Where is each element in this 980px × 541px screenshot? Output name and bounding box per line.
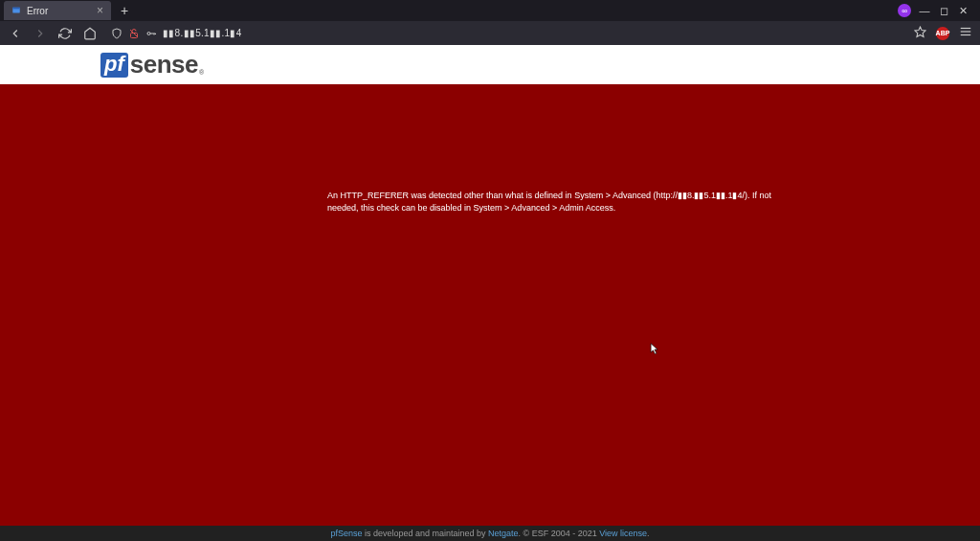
error-body: An HTTP_REFERER was detected other than … [0,84,980,526]
nav-reload-button[interactable] [57,26,73,41]
nav-forward-button[interactable] [33,26,48,41]
footer-netgate-link[interactable]: Netgate [488,529,519,538]
new-tab-button[interactable]: + [111,4,138,17]
adblock-badge-icon[interactable]: ABP [936,27,949,40]
tab-favicon-icon [11,6,21,15]
browser-nav-bar: ▮▮8.▮▮5.1▮▮.1▮4 ABP [0,21,980,45]
key-icon [145,28,157,39]
nav-home-button[interactable] [82,26,98,41]
lock-insecure-icon [128,28,140,39]
tab-close-button[interactable]: × [97,5,103,16]
bookmark-star-icon[interactable] [914,25,926,42]
page-footer: pfSense is developed and maintained by N… [0,526,980,541]
tab-title: Error [27,6,91,16]
address-bar[interactable]: ▮▮8.▮▮5.1▮▮.1▮4 [107,28,904,39]
browser-tab[interactable]: Error × [4,1,111,20]
footer-dot: . [647,529,650,538]
window-minimize-button[interactable]: — [919,5,930,16]
footer-text-1: is developed and maintained by [362,529,488,538]
footer-copyright: . © ESF 2004 - 2021 [519,529,600,538]
shield-icon [111,28,122,39]
svg-point-4 [147,32,150,34]
window-close-button[interactable]: ✕ [957,5,969,17]
pfsense-logo[interactable]: pf sense ® [100,50,204,79]
browser-tab-bar: Error × + ∞ — ◻ ✕ [0,0,980,21]
window-maximize-button[interactable]: ◻ [938,5,949,17]
svg-rect-1 [12,8,20,10]
address-text: ▮▮8.▮▮5.1▮▮.1▮4 [163,28,242,38]
pfsense-header: pf sense ® [0,45,980,84]
logo-registered-icon: ® [199,69,204,76]
nav-right-controls: ABP [914,25,972,42]
footer-license-link[interactable]: View license [599,529,647,538]
logo-sense-text: sense [130,50,198,79]
logo-pf-mark: pf [100,53,128,78]
window-controls: ∞ — ◻ ✕ [898,4,976,17]
page-content: pf sense ® An HTTP_REFERER was detected … [0,45,980,541]
svg-marker-5 [915,27,925,36]
footer-pfsense-link[interactable]: pfSense [330,529,362,538]
account-badge-icon[interactable]: ∞ [898,4,911,17]
nav-back-button[interactable] [8,26,23,41]
error-message: An HTTP_REFERER was detected other than … [327,190,777,214]
app-menu-button[interactable] [959,25,972,42]
